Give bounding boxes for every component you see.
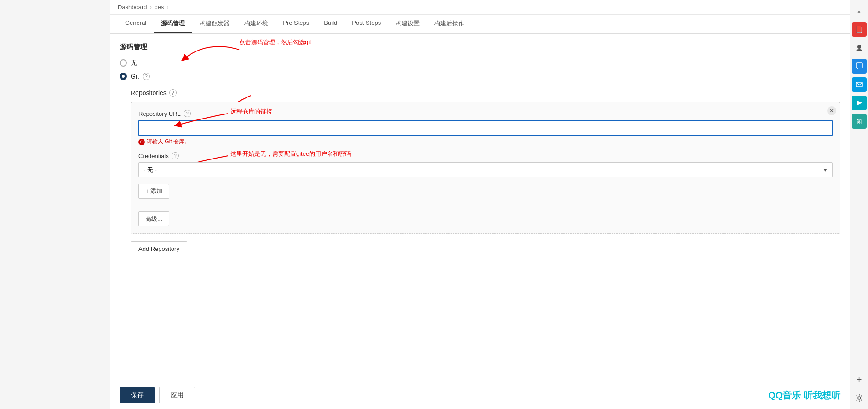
mail-sidebar-icon[interactable] (852, 77, 867, 92)
svg-rect-1 (856, 63, 862, 68)
repositories-label: Repositories ? (131, 89, 840, 97)
plane-sidebar-icon[interactable] (852, 96, 867, 110)
git-help-icon[interactable]: ? (143, 73, 150, 80)
svg-point-0 (857, 45, 861, 49)
scroll-up-icon[interactable]: ▲ (852, 4, 867, 18)
repo-url-input[interactable] (138, 120, 833, 136)
add-repository-button[interactable]: Add Repository (131, 241, 187, 256)
radio-git-circle (120, 73, 127, 80)
error-icon: ⊖ (138, 139, 145, 145)
credentials-select[interactable]: - 无 - (138, 162, 833, 177)
repo-url-group: Repository URL ? 远程仓库的链接 ⊖ 请输入 (138, 110, 833, 146)
tab-source[interactable]: 源码管理 (154, 15, 192, 33)
radio-none-label: 无 (131, 59, 137, 67)
right-sidebar: ▲ 📕 知 + (850, 0, 868, 409)
tabs-bar: General 源码管理 构建触发器 构建环境 Pre Steps Build … (110, 15, 850, 34)
breadcrumb-dashboard[interactable]: Dashboard (118, 4, 147, 11)
add-button[interactable]: + 添加 (138, 184, 169, 199)
breadcrumb: Dashboard › ces › (110, 0, 850, 15)
radio-none-circle (120, 59, 127, 67)
section-title: 源码管理 (120, 43, 840, 51)
footer-left: 保存 应用 (120, 387, 195, 403)
repo-url-error: ⊖ 请输入 Git 仓库。 (138, 138, 833, 146)
plus-sidebar-icon[interactable]: + (852, 372, 867, 387)
red-sidebar-icon[interactable]: 📕 (852, 22, 867, 37)
tab-general[interactable]: General (118, 15, 154, 33)
radio-none[interactable]: 无 (120, 59, 840, 67)
repo-card: ✕ Repository URL ? 远程仓库的链接 (131, 102, 840, 234)
tab-build[interactable]: Build (316, 15, 345, 33)
advanced-button[interactable]: 高级... (138, 211, 169, 226)
repo-url-help-icon[interactable]: ? (184, 110, 191, 117)
gear-sidebar-icon[interactable] (852, 391, 867, 405)
repo-url-label: Repository URL ? (138, 110, 833, 117)
tab-build-settings[interactable]: 构建设置 (388, 15, 427, 33)
left-sidebar (0, 0, 110, 409)
page-body: 源码管理 点击源码管理，然后勾选git 无 (110, 34, 850, 381)
repositories-section: Repositories ? ✕ Repository URL ? 远程仓库的链… (131, 89, 840, 264)
page-footer: 保存 应用 QQ音乐 听我想听 (110, 381, 850, 409)
main-content: Dashboard › ces › General 源码管理 构建触发器 构建环… (110, 0, 850, 409)
credentials-group: Credentials ? 这里开始是无，需要配置gitee的用户名和密码 (138, 152, 833, 177)
tab-post-build[interactable]: 构建后操作 (427, 15, 471, 33)
radio-git[interactable]: Git ? (120, 73, 840, 80)
breadcrumb-sep-2: › (167, 4, 168, 11)
tab-build-trigger[interactable]: 构建触发器 (192, 15, 237, 33)
tab-build-env[interactable]: 构建环境 (237, 15, 276, 33)
tab-pre-steps[interactable]: Pre Steps (276, 15, 316, 33)
credentials-help-icon[interactable]: ? (172, 152, 179, 159)
zhihu-sidebar-icon[interactable]: 知 (852, 114, 867, 129)
chat-sidebar-icon[interactable] (852, 59, 867, 74)
credentials-select-wrapper: - 无 - ▼ (138, 162, 833, 177)
breadcrumb-sep-1: › (150, 4, 152, 11)
qq-music-watermark: QQ音乐 听我想听 (768, 389, 840, 402)
radio-git-label: Git (131, 73, 139, 80)
breadcrumb-ces[interactable]: ces (155, 4, 164, 11)
save-button[interactable]: 保存 (120, 387, 155, 403)
apply-button[interactable]: 应用 (159, 387, 195, 403)
tab-post-steps[interactable]: Post Steps (345, 15, 388, 33)
credentials-label: Credentials ? (138, 152, 833, 159)
user-sidebar-icon[interactable] (852, 40, 867, 55)
repos-help-icon[interactable]: ? (169, 89, 177, 97)
